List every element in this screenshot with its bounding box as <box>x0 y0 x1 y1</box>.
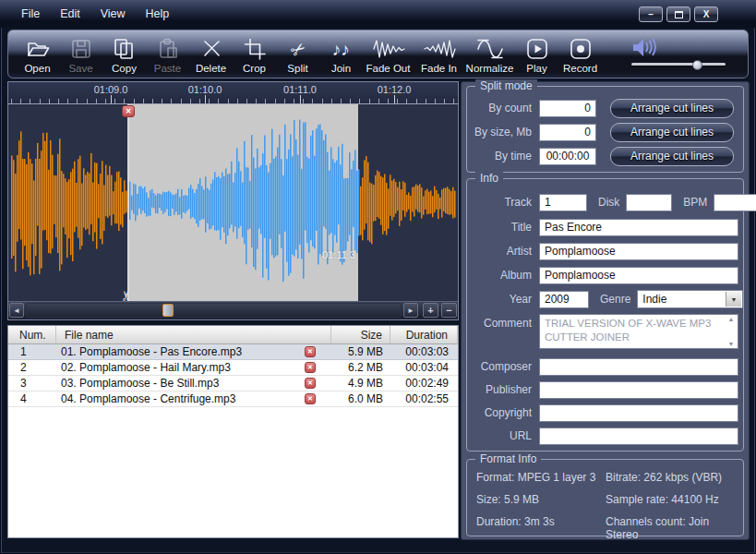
normalize-sine-icon <box>475 35 505 63</box>
comment-scrollbar[interactable]: ▲ ▼ <box>726 316 737 347</box>
header-size[interactable]: Size <box>331 326 390 343</box>
copy-label: Copy <box>112 63 137 74</box>
open-button[interactable]: Open <box>16 30 59 78</box>
by-size-input[interactable] <box>539 124 596 141</box>
save-button[interactable]: Save <box>59 30 102 78</box>
comment-textarea[interactable]: TRIAL VERSION OF X-WAVE MP3 CUTTER JOINE… <box>539 314 738 349</box>
title-input[interactable] <box>539 219 738 236</box>
composer-input[interactable] <box>539 358 738 376</box>
album-input[interactable] <box>539 267 738 284</box>
arrow-down-icon[interactable]: ▼ <box>728 341 735 347</box>
ruler-tick-label: 01:12.0 <box>366 84 422 95</box>
header-file-name[interactable]: File name <box>56 326 331 343</box>
scroll-right-button[interactable]: ► <box>403 303 418 318</box>
artist-label: Artist <box>467 245 532 258</box>
fade-in-button[interactable]: Fade In <box>414 30 464 78</box>
maximize-button[interactable] <box>666 6 690 22</box>
play-button[interactable]: Play <box>515 30 558 78</box>
by-time-input[interactable] <box>539 148 596 165</box>
record-label: Record <box>563 63 597 74</box>
scissors-icon: ✂ <box>291 35 306 63</box>
split-mode-title: Split mode <box>475 79 537 92</box>
channels-value: Channels count: Join Stereo <box>606 515 743 541</box>
copy-button[interactable]: Copy <box>102 30 146 78</box>
size-value: Size: 5.9 MB <box>476 493 595 506</box>
remove-file-icon[interactable]: ✕ <box>305 393 316 404</box>
bpm-input[interactable] <box>714 194 756 211</box>
titlebar: File Edit View Help – X <box>0 0 756 28</box>
menu-file[interactable]: File <box>13 5 48 23</box>
zoom-in-button[interactable]: + <box>423 303 438 318</box>
split-button[interactable]: ✂ Split <box>276 30 319 78</box>
year-label: Year <box>467 293 532 306</box>
composer-label: Composer <box>467 360 532 373</box>
file-row-1[interactable]: 1 01. Pomplamoose - Pas Encore.mp3 ✕ 5.9… <box>8 344 458 360</box>
scrollbar-thumb[interactable] <box>162 304 174 317</box>
menu-help[interactable]: Help <box>138 5 178 23</box>
split-mode-group: Split mode By count Arrange cut lines By… <box>466 86 744 173</box>
zoom-out-button[interactable]: − <box>441 303 457 318</box>
chevron-down-icon[interactable]: ▼ <box>726 292 741 307</box>
publisher-input[interactable] <box>539 381 738 399</box>
copyright-label: Copyright <box>467 406 532 419</box>
delete-button[interactable]: Delete <box>189 30 233 78</box>
url-input[interactable] <box>539 428 738 445</box>
split-label: Split <box>287 63 307 74</box>
genre-label: Genre <box>600 293 630 306</box>
waveform-panel: 01:09.0 01:10.0 01:11.0 01:12.0 ✕ ✂ 01:1… <box>7 81 459 320</box>
file-row-2[interactable]: 2 02. Pomplamoose - Hail Mary.mp3 ✕ 6.2 … <box>8 360 458 376</box>
cut-line-scissors-icon: ✂ <box>118 290 135 301</box>
ruler-tick-label: 01:10.0 <box>177 84 233 95</box>
paste-button[interactable]: Paste <box>146 30 189 78</box>
arrow-up-icon[interactable]: ▲ <box>728 316 735 322</box>
arrange-cut-lines-size-button[interactable]: Arrange cut lines <box>610 123 734 142</box>
file-row-3[interactable]: 3 03. Pomplamoose - Be Still.mp3 ✕ 4.9 M… <box>8 376 458 391</box>
file-row-4[interactable]: 4 04. Pomplamoose - Centrifuge.mp3 ✕ 6.0… <box>8 391 458 407</box>
arrange-cut-lines-count-button[interactable]: Arrange cut lines <box>610 99 734 118</box>
record-button[interactable]: Record <box>558 30 602 78</box>
crop-button[interactable]: Crop <box>233 30 276 78</box>
info-group: Info Track Disk BPM Title Artist Album <box>466 178 744 452</box>
waveform-display[interactable]: ✕ ✂ 01:11.3 <box>8 104 458 301</box>
copyright-input[interactable] <box>539 404 738 422</box>
cut-line-remove-icon[interactable]: ✕ <box>122 105 135 117</box>
arrange-cut-lines-time-button[interactable]: Arrange cut lines <box>610 147 734 166</box>
info-title: Info <box>475 172 503 185</box>
volume-control <box>628 30 727 78</box>
volume-slider-track[interactable] <box>631 63 726 66</box>
timeline-ruler[interactable]: 01:09.0 01:10.0 01:11.0 01:12.0 <box>8 82 458 104</box>
volume-slider-thumb[interactable] <box>692 60 702 70</box>
remove-file-icon[interactable]: ✕ <box>305 378 316 389</box>
app-window: File Edit View Help – X Open Save Copy P… <box>0 0 756 554</box>
scrollbar-track[interactable] <box>26 303 402 318</box>
disk-input[interactable] <box>626 194 672 211</box>
by-count-input[interactable] <box>539 100 596 117</box>
url-label: URL <box>467 429 532 442</box>
menu-view[interactable]: View <box>92 5 134 23</box>
cut-line[interactable] <box>127 104 129 301</box>
selection-end-time: 01:11.3 <box>285 249 355 260</box>
genre-dropdown[interactable]: Indie ▼ <box>637 290 743 308</box>
menu-edit[interactable]: Edit <box>52 5 89 23</box>
header-duration[interactable]: Duration <box>390 326 458 343</box>
year-input[interactable] <box>539 291 589 308</box>
fade-in-label: Fade In <box>421 63 457 74</box>
publisher-label: Publisher <box>467 383 532 396</box>
artist-input[interactable] <box>539 243 738 260</box>
join-button[interactable]: ♪♪ Join <box>319 30 363 78</box>
waveform-graph <box>8 104 458 301</box>
scroll-left-button[interactable]: ◄ <box>9 303 24 318</box>
minimize-button[interactable]: – <box>639 6 663 22</box>
track-input[interactable] <box>539 194 587 211</box>
waveform-scrollbar: ◄ ► + − <box>8 301 458 319</box>
genre-value: Indie <box>642 293 666 306</box>
music-notes-icon: ♪♪ <box>332 35 350 63</box>
save-label: Save <box>68 63 92 74</box>
remove-file-icon[interactable]: ✕ <box>305 362 316 373</box>
remove-file-icon[interactable]: ✕ <box>305 346 316 357</box>
open-folder-icon <box>25 35 51 63</box>
fade-out-button[interactable]: Fade Out <box>363 30 414 78</box>
header-num[interactable]: Num. <box>8 326 56 343</box>
close-button[interactable]: X <box>694 6 718 22</box>
normalize-button[interactable]: Normalize <box>464 30 515 78</box>
